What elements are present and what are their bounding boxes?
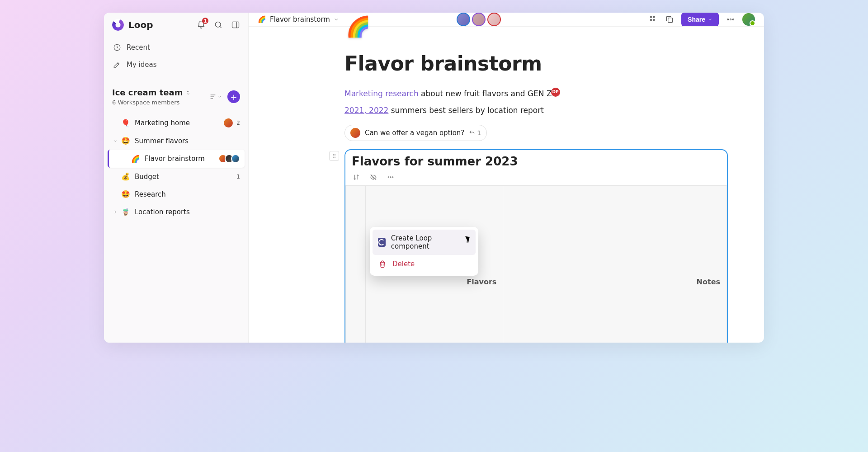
text: summers best sellers by location report <box>388 106 544 115</box>
page-label: Budget <box>135 173 232 181</box>
page-label: Flavor brainstorm <box>145 155 214 163</box>
svg-point-10 <box>733 19 734 20</box>
tree-item-research[interactable]: 🤩 Research <box>108 185 245 203</box>
sort-icon <box>353 174 360 181</box>
page-label: Summer flavors <box>135 137 240 145</box>
comment-text: Can we offer a vegan option? <box>365 129 464 137</box>
add-page-button[interactable]: + <box>227 90 240 103</box>
account-avatar[interactable] <box>742 13 755 26</box>
svg-rect-7 <box>668 18 673 23</box>
chevron-down-icon[interactable] <box>112 138 118 144</box>
notifications-button[interactable]: 1 <box>197 20 206 29</box>
chevron-right-icon[interactable] <box>112 209 118 215</box>
sort-button[interactable] <box>352 173 361 182</box>
presence-avatar[interactable] <box>487 13 501 26</box>
ctx-label: Create Loop component <box>391 234 459 250</box>
link-marketing-research[interactable]: Marketing research <box>344 89 419 98</box>
presence-avatar <box>224 118 233 127</box>
list-view-toggle[interactable] <box>209 93 222 100</box>
column-header-index[interactable] <box>346 185 366 343</box>
presence-stack[interactable] <box>457 13 501 26</box>
svg-point-16 <box>335 157 335 158</box>
nav-label: Recent <box>127 43 150 52</box>
visibility-button[interactable] <box>369 173 378 182</box>
component-title[interactable]: Flavors for summer 2023 <box>352 155 721 168</box>
tree-item-marketing-home[interactable]: 🎈 Marketing home 2 <box>108 114 245 132</box>
workspace-members-count: 6 Workspace members <box>112 99 209 106</box>
more-button[interactable] <box>726 15 735 24</box>
ctx-create-loop-component[interactable]: Create Loop component <box>373 230 476 255</box>
svg-point-6 <box>653 19 655 21</box>
column-header-notes[interactable]: Notes <box>503 185 727 343</box>
loop-component-icon <box>378 238 386 247</box>
page-emoji: 🤩 <box>121 137 130 145</box>
inline-comment[interactable]: Can we offer a vegan option? 1 <box>344 125 487 141</box>
grid-icon <box>649 15 658 24</box>
chevron-down-icon <box>217 93 222 100</box>
page-title[interactable]: Flavor brainstorm <box>344 52 728 75</box>
page-emoji: 🧋 <box>121 207 130 216</box>
tree-item-summer-flavors[interactable]: 🤩 Summer flavors <box>108 132 245 150</box>
panel-toggle-button[interactable] <box>231 20 240 29</box>
chevron-updown-icon <box>185 90 191 95</box>
page-emoji: 🌈 <box>131 155 140 163</box>
page-label: Location reports <box>135 208 240 216</box>
svg-point-12 <box>335 154 335 155</box>
more-horizontal-icon <box>387 174 394 181</box>
text: about new fruit flavors and GEN Z <box>419 89 552 98</box>
reply-icon <box>469 130 475 136</box>
ctx-delete[interactable]: Delete <box>373 255 476 273</box>
presence-avatar[interactable] <box>472 13 486 26</box>
link-years[interactable]: 2021, 2022 <box>344 106 388 115</box>
svg-point-13 <box>333 155 334 156</box>
svg-rect-1 <box>232 22 239 28</box>
svg-point-4 <box>653 16 655 18</box>
breadcrumb-title: Flavor brainstorm <box>270 15 330 24</box>
presence-avatars <box>218 154 240 163</box>
loop-logo-icon <box>112 19 124 31</box>
svg-point-0 <box>215 22 221 27</box>
svg-point-18 <box>390 177 391 178</box>
app-logo[interactable]: Loop <box>112 19 197 31</box>
search-button[interactable] <box>214 20 223 29</box>
svg-point-3 <box>650 16 651 18</box>
copy-component-button[interactable] <box>665 15 674 24</box>
component-more-button[interactable] <box>386 173 395 182</box>
more-horizontal-icon <box>726 15 735 24</box>
svg-point-15 <box>333 157 334 158</box>
nav-my-ideas[interactable]: My ideas <box>108 56 245 73</box>
svg-point-8 <box>727 19 729 20</box>
document-body[interactable]: Flavor brainstorm Marketing research abo… <box>249 27 764 343</box>
topbar: 🌈 Flavor brainstorm Share <box>249 13 764 27</box>
presence-avatar[interactable] <box>457 13 470 26</box>
tree-item-budget[interactable]: 💰 Budget 1 <box>108 168 245 185</box>
notification-badge: 1 <box>202 18 208 24</box>
workspace-switcher[interactable]: Ice cream team <box>112 88 209 97</box>
pencil-icon <box>113 61 121 69</box>
svg-point-17 <box>388 177 389 178</box>
page-emoji: 🤩 <box>121 190 130 198</box>
apps-button[interactable] <box>649 15 658 24</box>
comment-avatar <box>350 128 360 138</box>
tree-item-location-reports[interactable]: 🧋 Location reports <box>108 203 245 221</box>
collaborator-cursor-badge: DP <box>551 88 560 97</box>
sidebar: Loop 1 Recent My <box>104 13 249 343</box>
tree-item-flavor-brainstorm[interactable]: 🌈 Flavor brainstorm <box>108 150 245 168</box>
paragraph[interactable]: 2021, 2022 summers best sellers by locat… <box>344 105 728 117</box>
chevron-down-icon <box>334 17 339 22</box>
paragraph[interactable]: Marketing research about new fruit flavo… <box>344 88 728 99</box>
comment-reply-count[interactable]: 1 <box>469 129 481 137</box>
unread-count: 1 <box>236 174 240 180</box>
svg-point-5 <box>650 19 651 21</box>
breadcrumb[interactable]: 🌈 Flavor brainstorm <box>258 15 339 24</box>
workspace-name: Ice cream team <box>112 88 183 97</box>
nav-recent[interactable]: Recent <box>108 39 245 56</box>
block-drag-handle[interactable] <box>329 151 339 161</box>
page-emoji: 💰 <box>121 172 130 181</box>
clock-icon <box>113 43 121 52</box>
page-tree: 🎈 Marketing home 2 🤩 Summer flavors 🌈 Fl… <box>104 114 248 221</box>
page-label: Research <box>135 190 240 198</box>
share-button[interactable]: Share <box>681 13 719 26</box>
share-label: Share <box>688 16 705 23</box>
app-name: Loop <box>128 19 153 30</box>
